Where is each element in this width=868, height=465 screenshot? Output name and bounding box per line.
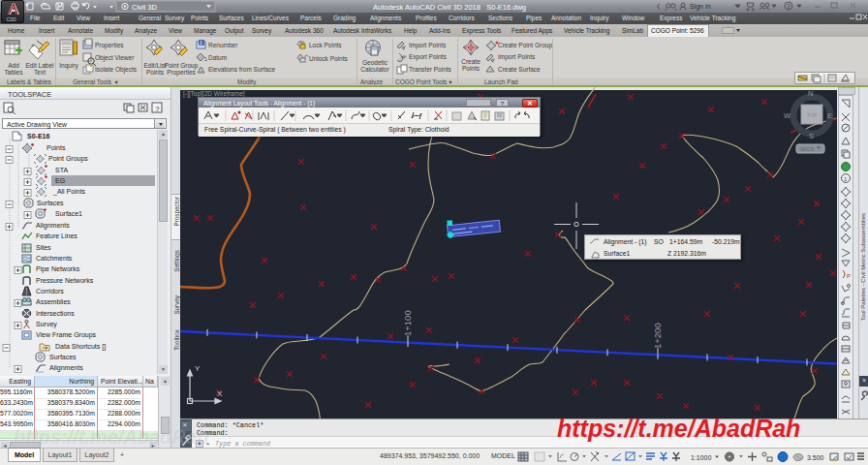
svg-text:1: 1: [204, 56, 207, 62]
svg-text:Autodesk AutoCAD Civil 3D 2018: Autodesk AutoCAD Civil 3D 2018 S0-E16.dw…: [373, 3, 526, 12]
svg-text:1+200: 1+200: [652, 323, 663, 349]
svg-text:WCS: WCS: [800, 146, 814, 152]
svg-text:Y: Y: [195, 364, 201, 373]
svg-text:1: 1: [844, 176, 848, 182]
svg-text:N: N: [808, 89, 813, 98]
svg-text:1: 1: [200, 40, 202, 46]
svg-text:S: S: [809, 132, 814, 140]
svg-text:X: X: [217, 389, 223, 398]
svg-text:Civil 3D: Civil 3D: [132, 3, 157, 12]
svg-text:?: ?: [155, 105, 160, 113]
svg-text:Sign In: Sign In: [690, 3, 711, 11]
svg-text:?: ?: [787, 3, 790, 10]
svg-text:TOP: TOP: [807, 112, 819, 118]
svg-text:W: W: [784, 111, 791, 120]
svg-text:1:1000: 1:1000: [691, 454, 712, 461]
svg-text:1+100: 1+100: [402, 310, 413, 336]
svg-text:P: P: [847, 273, 851, 279]
svg-text:E: E: [827, 111, 832, 120]
svg-text:3.500: 3.500: [807, 454, 824, 461]
